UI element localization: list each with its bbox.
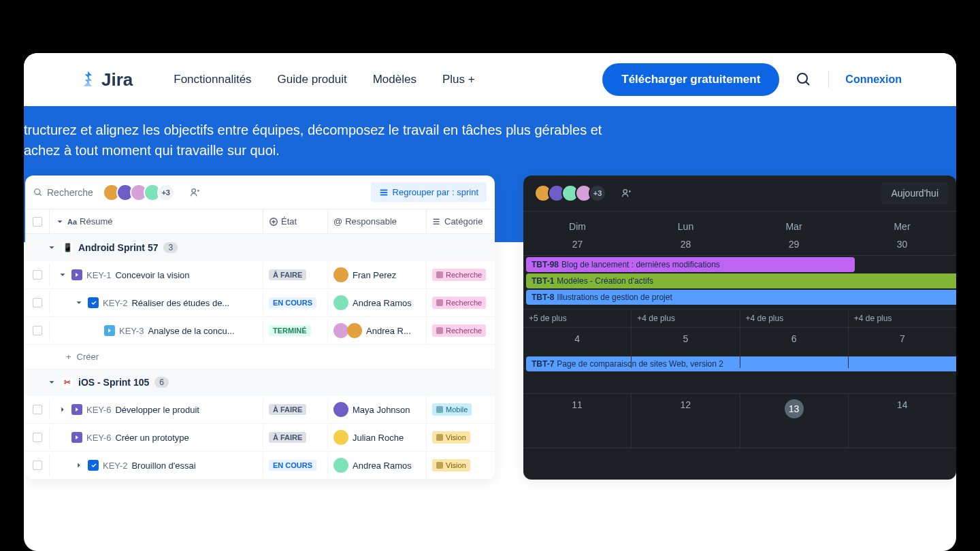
task-status[interactable]: À FAIRE — [263, 426, 328, 449]
task-category[interactable]: Vision — [427, 453, 495, 478]
today-button[interactable]: Aujourd'hui — [881, 182, 948, 204]
date-cell[interactable]: 7 — [849, 328, 956, 368]
group-label: Regrouper par : sprint — [393, 187, 478, 197]
search-input[interactable]: Recherche — [33, 187, 93, 198]
col-status[interactable]: État — [263, 210, 328, 233]
svg-point-0 — [798, 73, 807, 83]
login-link[interactable]: Connexion — [845, 73, 902, 86]
svg-text:📱: 📱 — [63, 242, 73, 252]
task-category[interactable]: Vision — [427, 425, 495, 450]
task-key: KEY-6 — [86, 433, 111, 443]
search-icon[interactable] — [796, 71, 812, 88]
task-row[interactable]: KEY-1 Concevoir la vision À FAIRE Fran P… — [25, 261, 495, 289]
task-summary[interactable]: KEY-3 Analyse de la concu... — [50, 319, 263, 342]
calendar-event[interactable]: TBT-1Modèles - Création d'actifs — [526, 273, 956, 288]
date-cell[interactable]: 29 — [740, 236, 848, 255]
date-cell[interactable]: 30 — [848, 236, 956, 255]
nav-link-templates[interactable]: Modèles — [373, 73, 416, 86]
add-user-button[interactable] — [186, 184, 203, 201]
calendar-event[interactable]: TBT-8Illustrations de gestion de projet — [526, 290, 956, 305]
date-cell[interactable]: 28 — [632, 236, 740, 255]
list-header: Recherche +3 Regrouper par : sprint — [25, 176, 495, 209]
task-assignee[interactable]: Julian Roche — [328, 424, 427, 451]
chevron-right-icon[interactable] — [74, 461, 84, 470]
avatar-stack[interactable]: +3 — [538, 184, 606, 202]
more-events-link[interactable]: +4 de plus — [632, 310, 740, 327]
more-events-link[interactable]: +4 de plus — [740, 310, 849, 327]
task-status[interactable]: À FAIRE — [263, 263, 328, 286]
plus-circle-icon — [269, 217, 278, 227]
chevron-down-icon[interactable] — [74, 298, 84, 307]
task-assignee[interactable]: Andrea Ramos — [328, 289, 427, 316]
nav-link-more[interactable]: Plus + — [442, 73, 475, 86]
date-cell[interactable]: 14 — [849, 394, 956, 448]
assignee-name: Andrea Ramos — [353, 461, 412, 471]
nav-link-features[interactable]: Fonctionnalités — [174, 73, 251, 86]
svg-text:✂: ✂ — [64, 378, 71, 387]
task-summary[interactable]: KEY-2 Brouillon d'essai — [50, 454, 263, 477]
create-task-button[interactable]: +Créer — [25, 345, 495, 369]
col-checkbox[interactable] — [25, 210, 50, 233]
col-assignee[interactable]: @ Responsable — [328, 210, 427, 233]
date-cell[interactable]: 4 — [523, 328, 632, 368]
calendar-event[interactable]: TBT-98Blog de lancement : dernières modi… — [526, 257, 855, 272]
task-count-badge: 6 — [154, 377, 169, 388]
date-cell[interactable]: 27 — [523, 236, 632, 255]
sprint-header[interactable]: 📱 Android Sprint 57 3 — [25, 234, 495, 261]
task-assignee[interactable]: Fran Perez — [328, 261, 427, 288]
task-status[interactable]: À FAIRE — [263, 398, 328, 421]
chevron-right-icon[interactable] — [58, 405, 67, 414]
date-cell[interactable]: 13 — [740, 394, 849, 448]
date-cell[interactable]: 5 — [632, 328, 740, 368]
task-row[interactable]: KEY-6 Créer un prototype À FAIRE Julian … — [25, 424, 495, 452]
task-category[interactable]: Recherche — [427, 318, 495, 343]
task-assignee[interactable]: Andrea Ramos — [328, 452, 427, 479]
task-title: Créer un prototype — [115, 433, 189, 443]
date-cell[interactable]: 11 — [523, 394, 632, 448]
group-by-button[interactable]: Regrouper par : sprint — [371, 182, 487, 202]
task-summary[interactable]: KEY-1 Concevoir la vision — [50, 263, 263, 286]
col-category[interactable]: Catégorie — [427, 210, 495, 233]
row-checkbox[interactable] — [25, 292, 50, 314]
task-row[interactable]: KEY-6 Développer le produit À FAIRE Maya… — [25, 396, 495, 424]
more-events-link[interactable]: +5 de plus — [523, 310, 632, 327]
task-row[interactable]: KEY-2 Brouillon d'essai EN COURS Andrea … — [25, 452, 495, 480]
svg-rect-7 — [380, 189, 387, 190]
task-category[interactable]: Recherche — [427, 263, 495, 287]
avatar-stack[interactable]: +3 — [107, 184, 175, 201]
task-assignee[interactable]: Maya Johnson — [328, 396, 427, 423]
task-status[interactable]: EN COURS — [263, 454, 328, 477]
task-category[interactable]: Mobile — [427, 397, 495, 422]
search-icon — [33, 188, 43, 197]
row-checkbox[interactable] — [25, 264, 50, 286]
row-checkbox[interactable] — [25, 427, 50, 448]
task-assignee[interactable]: Andrea R... — [328, 317, 427, 344]
date-row: 27282930 — [523, 236, 956, 256]
row-checkbox[interactable] — [25, 399, 50, 420]
task-summary[interactable]: KEY-6 Créer un prototype — [50, 426, 263, 449]
chevron-down-icon — [47, 243, 56, 252]
row-checkbox[interactable] — [25, 320, 50, 341]
col-summary[interactable]: Aa Résumé — [50, 210, 263, 233]
task-summary[interactable]: KEY-6 Développer le produit — [50, 398, 263, 421]
task-status[interactable]: EN COURS — [263, 291, 328, 314]
assignee-name: Julian Roche — [353, 433, 404, 443]
chevron-down-icon[interactable] — [58, 270, 67, 280]
task-row[interactable]: KEY-2 Réaliser des études de... EN COURS… — [25, 289, 495, 317]
row-checkbox[interactable] — [25, 454, 50, 476]
task-status[interactable]: TERMINÉ — [263, 319, 328, 342]
download-button[interactable]: Télécharger gratuitement — [602, 63, 779, 96]
task-category[interactable]: Recherche — [427, 290, 495, 315]
nav-link-guide[interactable]: Guide produit — [278, 73, 347, 86]
logo[interactable]: Jira — [78, 69, 133, 90]
sprint-header[interactable]: ✂ iOS - Sprint 105 6 — [25, 369, 495, 396]
more-events-link[interactable]: +4 de plus — [849, 310, 956, 327]
list-panel: Recherche +3 Regrouper par : sprint — [25, 176, 495, 480]
date-cell[interactable]: 12 — [632, 394, 740, 448]
date-cell[interactable]: 6 — [740, 328, 849, 368]
task-row[interactable]: KEY-3 Analyse de la concu... TERMINÉ And… — [25, 317, 495, 345]
chevron-down-icon — [47, 378, 56, 387]
task-summary[interactable]: KEY-2 Réaliser des études de... — [50, 291, 263, 314]
task-type-icon — [71, 404, 82, 415]
add-user-button[interactable] — [617, 184, 635, 202]
